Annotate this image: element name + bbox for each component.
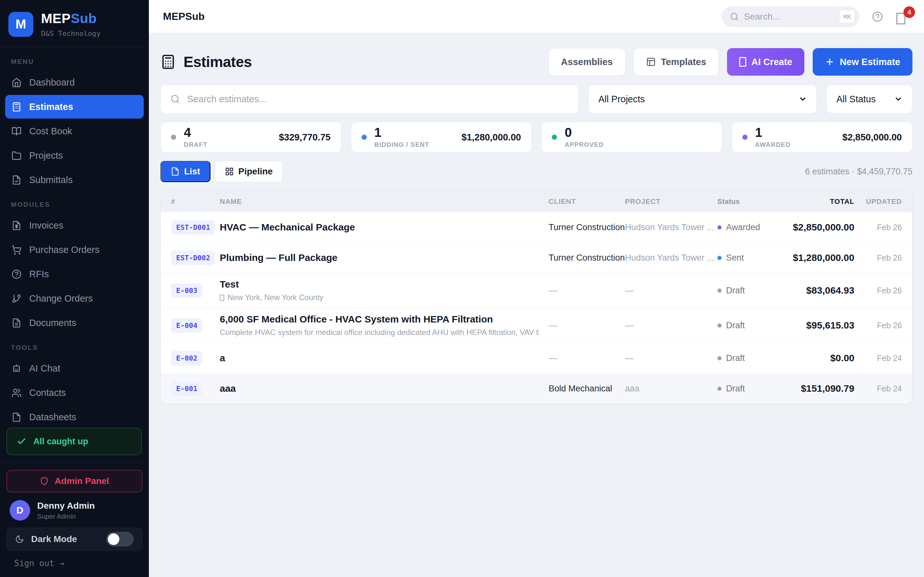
user-profile[interactable]: D Denny Admin Super Admin (10, 500, 139, 521)
estimate-client: Turner Construction (549, 222, 625, 232)
bot-icon (11, 364, 21, 374)
shopping-cart-icon (11, 245, 21, 255)
estimate-total: $95,615.03 (788, 320, 855, 331)
brand: M MEPSub D&S Technology (0, 0, 149, 47)
sidebar-item-invoices[interactable]: Invoices (5, 213, 144, 237)
status-dot-icon (717, 324, 722, 327)
chevron-down-icon (894, 95, 903, 103)
search-icon (170, 94, 180, 104)
sidebar-item-documents[interactable]: Documents (5, 311, 144, 335)
project-filter-select[interactable]: All Projects (588, 85, 817, 113)
stat-count: 1 (755, 126, 791, 139)
sidebar-item-contacts[interactable]: Contacts (5, 381, 144, 405)
table-body: EST-D001 HVAC — Mechanical Package Turne… (161, 212, 912, 404)
global-search-input[interactable] (744, 11, 834, 22)
home-icon (11, 77, 21, 87)
col-header-status: Status (717, 197, 788, 206)
status-dot-icon (717, 387, 722, 391)
sidebar-section: MENU Dashboard Estimates Cost Book Proje… (5, 49, 144, 192)
dark-mode-toggle[interactable] (106, 532, 134, 546)
user-role: Super Admin (37, 513, 95, 520)
global-search[interactable]: ⌘K (722, 6, 859, 27)
user-name: Denny Admin (37, 501, 95, 511)
estimates-summary: 6 estimates · $4,459,770.75 (805, 167, 913, 177)
sidebar-item-change-orders[interactable]: Change Orders (5, 287, 144, 310)
new-estimate-button[interactable]: New Estimate (813, 48, 913, 76)
col-header-client: CLIENT (549, 197, 625, 206)
stat-amount: $329,770.75 (279, 132, 330, 143)
sparkle-icon (739, 57, 746, 67)
toggle-knob (108, 533, 120, 545)
stat-label: BIDDING / SENT (375, 141, 429, 148)
estimate-project: aaa (625, 384, 717, 394)
list-view-button[interactable]: List (160, 161, 210, 182)
page-title: Estimates (184, 53, 252, 71)
status-dot-icon (717, 256, 722, 260)
sidebar-section-items: Dashboard Estimates Cost Book Projects S… (5, 71, 144, 192)
table-row[interactable]: EST-D002 Plumbing — Full Package Turner … (161, 242, 912, 273)
sidebar-item-projects[interactable]: Projects (5, 143, 144, 167)
estimate-project: Hudson Yards Tower ... (625, 253, 717, 263)
table-row[interactable]: EST-D001 HVAC — Mechanical Package Turne… (161, 212, 912, 242)
sidebar-item-cost-book[interactable]: Cost Book (5, 119, 144, 143)
estimates-search-input[interactable] (187, 94, 569, 105)
file-icon (171, 167, 180, 176)
table-row[interactable]: E-002 a — — Draft $0.00 Feb 24 (161, 343, 912, 373)
moon-icon (15, 535, 24, 544)
notification-badge: 4 (903, 6, 915, 18)
notifications-button[interactable]: 4 (896, 7, 910, 26)
estimate-status: Awarded (717, 222, 788, 232)
ai-create-button[interactable]: AI Create (727, 48, 804, 76)
table-row[interactable]: E-003 Test New York, New York County — —… (161, 273, 912, 308)
file-icon (11, 412, 21, 422)
stat-count: 1 (375, 126, 429, 139)
sidebar-item-rfis[interactable]: RFIs (5, 262, 144, 286)
templates-button[interactable]: Templates (634, 48, 719, 76)
calculator-icon (11, 102, 21, 112)
stat-label: DRAFT (184, 141, 208, 148)
status-filter-select[interactable]: All Status (827, 85, 913, 113)
pipeline-view-button[interactable]: Pipeline (215, 161, 283, 182)
help-button[interactable] (872, 11, 883, 22)
chevron-down-icon (798, 95, 807, 103)
estimate-name: a (220, 353, 539, 364)
sidebar-item-dashboard[interactable]: Dashboard (5, 71, 144, 94)
estimate-project: — (625, 285, 717, 295)
shortcut-kbd: ⌘K (839, 10, 855, 23)
sidebar-item-estimates[interactable]: Estimates (5, 95, 144, 119)
sidebar-item-datasheets[interactable]: Datasheets (5, 405, 144, 429)
users-icon (11, 388, 21, 398)
stat-count: 4 (184, 126, 208, 139)
estimate-status: Draft (717, 321, 788, 330)
estimate-name: Test (220, 279, 539, 290)
stat-dot (742, 135, 748, 140)
sidebar-item-purchase-orders[interactable]: Purchase Orders (5, 238, 144, 261)
stat-amount: $2,850,000.00 (843, 132, 902, 143)
estimate-client: — (549, 285, 625, 295)
location-icon (220, 295, 224, 301)
col-header-project: PROJECT (625, 197, 717, 206)
sidebar-item-submittals[interactable]: Submittals (5, 168, 144, 192)
stat-label: APPROVED (565, 141, 604, 148)
sign-out-link[interactable]: Sign out → (14, 558, 142, 577)
status-dot-icon (717, 226, 722, 229)
table-row[interactable]: E-004 6,000 SF Medical Office - HVAC Sys… (161, 308, 912, 343)
estimates-search[interactable] (160, 85, 579, 113)
admin-panel-button[interactable]: Admin Panel (6, 470, 142, 492)
estimate-status: Draft (717, 285, 788, 295)
sidebar-item-ai-chat[interactable]: AI Chat (5, 356, 144, 380)
toast-label: All caught up (33, 437, 88, 446)
brand-subtitle: D&S Technology (41, 29, 100, 37)
stat-dot (362, 135, 367, 140)
table-row[interactable]: E-001 aaa Bold Mechanical aaa Draft $151… (161, 373, 912, 404)
estimate-client: Bold Mechanical (549, 384, 625, 394)
estimate-total: $83,064.93 (788, 285, 855, 296)
estimate-updated: Feb 24 (855, 384, 902, 393)
estimate-total: $2,850,000.00 (788, 222, 855, 233)
estimate-id-badge: E-003 (171, 284, 202, 298)
view-toolbar: List Pipeline 6 estimates · $4,459,770.7… (160, 161, 913, 182)
assemblies-button[interactable]: Assemblies (549, 48, 625, 76)
estimate-updated: Feb 26 (855, 321, 902, 330)
plus-icon (825, 57, 835, 67)
estimate-status: Sent (717, 253, 788, 263)
